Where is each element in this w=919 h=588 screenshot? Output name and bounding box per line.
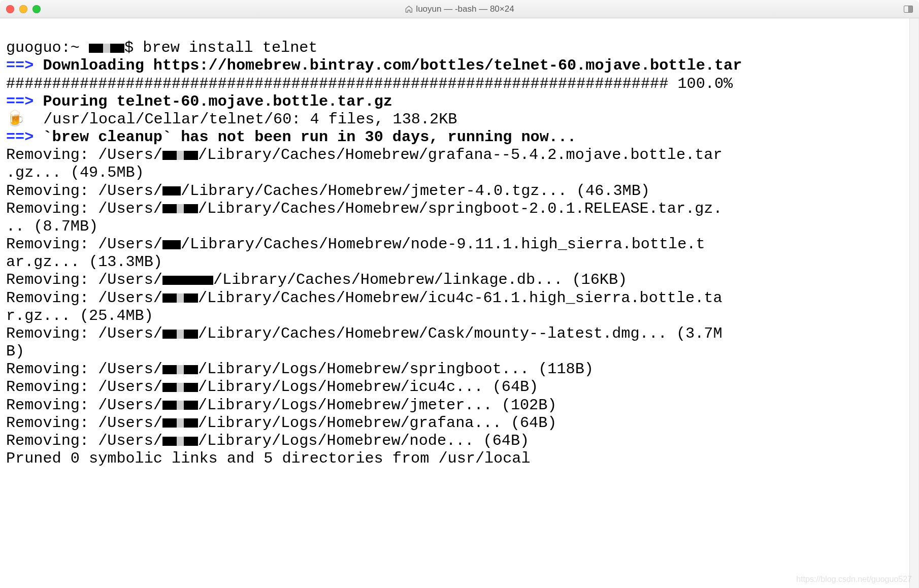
grafana-cache-cont: .gz... (49.5MB) — [6, 164, 144, 181]
minimize-button[interactable] — [19, 5, 27, 13]
redacted-user — [162, 186, 181, 195]
springboot-cache-cont: .. (8.7MB) — [6, 218, 98, 235]
removing-label: Removing: /Users/ — [6, 236, 162, 253]
command-text: brew install telnet — [143, 39, 317, 56]
redacted-user — [162, 293, 198, 303]
maximize-button[interactable] — [32, 5, 41, 13]
pruned-line: Pruned 0 symbolic links and 5 directorie… — [6, 450, 531, 467]
cellar-line: /usr/local/Cellar/telnet/60: 4 files, 13… — [25, 111, 457, 128]
arrow-icon: ==> — [6, 57, 34, 74]
removing-label: Removing: /Users/ — [6, 361, 162, 378]
removing-label: Removing: /Users/ — [6, 271, 162, 289]
logs-springboot: /Library/Logs/Homebrew/springboot... (11… — [198, 361, 594, 378]
redacted-user — [162, 437, 198, 446]
removing-label: Removing: /Users/ — [6, 378, 162, 396]
terminal-window: luoyun — -bash — 80×24 guoguo:~ $ brew i… — [0, 0, 919, 588]
logs-grafana: /Library/Logs/Homebrew/grafana... (64B) — [198, 414, 557, 432]
icu4c-cache: /Library/Caches/Homebrew/icu4c-61.1.high… — [198, 289, 723, 307]
panel-toggle-icon[interactable] — [904, 6, 913, 13]
node-cache-cont: ar.gz... (13.3MB) — [6, 253, 162, 271]
linkage-cache: /Library/Caches/Homebrew/linkage.db... (… — [213, 271, 627, 288]
prompt-host: guoguo:~ — [6, 39, 89, 57]
removing-label: Removing: /Users/ — [6, 432, 162, 450]
redacted-user — [162, 418, 198, 428]
redacted-user — [162, 330, 198, 339]
scrollbar[interactable] — [909, 18, 918, 588]
pouring-line: Pouring telnet-60.mojave.bottle.tar.gz — [43, 93, 392, 110]
removing-label: Removing: /Users/ — [6, 146, 162, 164]
arrow-icon: ==> — [6, 93, 34, 110]
node-cache: /Library/Caches/Homebrew/node-9.11.1.hig… — [181, 236, 705, 253]
window-title-text: luoyun — -bash — 80×24 — [416, 4, 514, 14]
removing-label: Removing: /Users/ — [6, 182, 162, 200]
window-title: luoyun — -bash — 80×24 — [405, 4, 514, 14]
removing-label: Removing: /Users/ — [6, 289, 162, 307]
beer-icon: 🍺 — [6, 111, 25, 128]
icu4c-cache-cont: r.gz... (25.4MB) — [6, 307, 153, 324]
jmeter-cache: /Library/Caches/Homebrew/jmeter-4.0.tgz.… — [181, 182, 650, 200]
prompt-tail: $ — [124, 39, 143, 57]
terminal-output[interactable]: guoguo:~ $ brew install telnet ==> Downl… — [0, 18, 909, 588]
progress-bar: ########################################… — [6, 75, 733, 92]
mounty-cache-cont: B) — [6, 343, 24, 360]
grafana-cache: /Library/Caches/Homebrew/grafana--5.4.2.… — [198, 146, 723, 164]
removing-label: Removing: /Users/ — [6, 325, 162, 343]
logs-icu4c: /Library/Logs/Homebrew/icu4c... (64B) — [198, 378, 538, 396]
content-area: guoguo:~ $ brew install telnet ==> Downl… — [0, 18, 919, 588]
watermark-text: https://blog.csdn.net/guoguo527 — [796, 575, 912, 584]
redacted-user — [162, 365, 198, 374]
redacted-user — [162, 240, 181, 249]
close-button[interactable] — [6, 5, 14, 13]
redacted-user — [162, 204, 198, 213]
redacted-user — [162, 276, 213, 285]
logs-node: /Library/Logs/Homebrew/node... (64B) — [198, 432, 529, 449]
springboot-cache: /Library/Caches/Homebrew/springboot-2.0.… — [198, 200, 723, 217]
removing-label: Removing: /Users/ — [6, 414, 162, 432]
home-icon — [405, 5, 413, 13]
removing-label: Removing: /Users/ — [6, 397, 162, 414]
traffic-lights — [6, 5, 41, 13]
redacted-user — [89, 44, 124, 53]
removing-label: Removing: /Users/ — [6, 200, 162, 218]
download-line: Downloading https://homebrew.bintray.com… — [43, 57, 742, 74]
cleanup-line: `brew cleanup` has not been run in 30 da… — [43, 128, 576, 146]
redacted-user — [162, 151, 198, 160]
mounty-cache: /Library/Caches/Homebrew/Cask/mounty--la… — [198, 325, 723, 342]
redacted-user — [162, 401, 198, 410]
logs-jmeter: /Library/Logs/Homebrew/jmeter... (102B) — [198, 397, 557, 414]
arrow-icon: ==> — [6, 128, 34, 146]
window-titlebar[interactable]: luoyun — -bash — 80×24 — [0, 0, 919, 18]
redacted-user — [162, 383, 198, 392]
